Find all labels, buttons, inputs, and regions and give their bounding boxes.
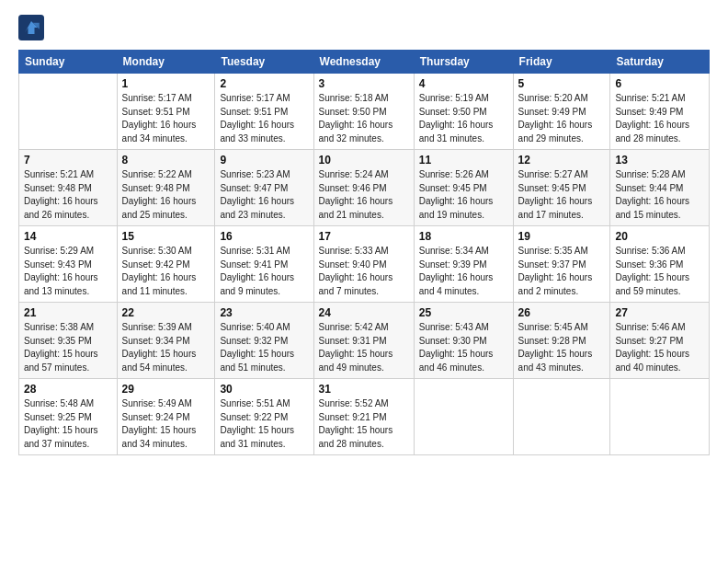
day-info: Sunrise: 5:33 AM Sunset: 9:40 PM Dayligh… (319, 245, 409, 298)
calendar-week-2: 7Sunrise: 5:21 AM Sunset: 9:48 PM Daylig… (19, 150, 710, 226)
page-header (18, 15, 710, 40)
calendar-cell: 10Sunrise: 5:24 AM Sunset: 9:46 PM Dayli… (313, 150, 414, 226)
day-number: 13 (615, 154, 704, 167)
calendar-cell: 16Sunrise: 5:31 AM Sunset: 9:41 PM Dayli… (215, 226, 313, 303)
day-info: Sunrise: 5:39 AM Sunset: 9:34 PM Dayligh… (122, 321, 210, 374)
day-info: Sunrise: 5:19 AM Sunset: 9:50 PM Dayligh… (419, 92, 508, 145)
calendar-cell: 7Sunrise: 5:21 AM Sunset: 9:48 PM Daylig… (19, 150, 118, 226)
calendar-cell: 15Sunrise: 5:30 AM Sunset: 9:42 PM Dayli… (117, 226, 215, 303)
day-info: Sunrise: 5:30 AM Sunset: 9:42 PM Dayligh… (122, 245, 210, 298)
day-number: 12 (518, 154, 606, 167)
calendar-cell (610, 379, 710, 455)
calendar-header-monday: Monday (117, 51, 215, 74)
calendar-cell: 19Sunrise: 5:35 AM Sunset: 9:37 PM Dayli… (513, 226, 610, 303)
calendar-cell: 22Sunrise: 5:39 AM Sunset: 9:34 PM Dayli… (117, 303, 215, 379)
calendar-header-thursday: Thursday (414, 51, 513, 74)
day-number: 21 (24, 306, 112, 319)
day-info: Sunrise: 5:21 AM Sunset: 9:49 PM Dayligh… (615, 92, 704, 145)
day-info: Sunrise: 5:35 AM Sunset: 9:37 PM Dayligh… (518, 245, 606, 298)
day-info: Sunrise: 5:38 AM Sunset: 9:35 PM Dayligh… (24, 321, 112, 374)
day-number: 1 (122, 77, 210, 90)
calendar-cell: 30Sunrise: 5:51 AM Sunset: 9:22 PM Dayli… (215, 379, 313, 455)
day-info: Sunrise: 5:29 AM Sunset: 9:43 PM Dayligh… (24, 245, 112, 298)
calendar-cell: 6Sunrise: 5:21 AM Sunset: 9:49 PM Daylig… (610, 74, 710, 150)
day-number: 29 (122, 383, 210, 396)
calendar-header-saturday: Saturday (610, 51, 710, 74)
calendar-header-tuesday: Tuesday (215, 51, 313, 74)
day-info: Sunrise: 5:49 AM Sunset: 9:24 PM Dayligh… (122, 397, 210, 451)
calendar-cell: 3Sunrise: 5:18 AM Sunset: 9:50 PM Daylig… (313, 74, 414, 150)
day-info: Sunrise: 5:43 AM Sunset: 9:30 PM Dayligh… (419, 321, 508, 374)
day-info: Sunrise: 5:34 AM Sunset: 9:39 PM Dayligh… (419, 245, 508, 298)
calendar-cell: 12Sunrise: 5:27 AM Sunset: 9:45 PM Dayli… (513, 150, 610, 226)
calendar-cell: 21Sunrise: 5:38 AM Sunset: 9:35 PM Dayli… (19, 303, 118, 379)
day-number: 18 (419, 230, 508, 243)
day-info: Sunrise: 5:48 AM Sunset: 9:25 PM Dayligh… (24, 397, 112, 451)
day-info: Sunrise: 5:22 AM Sunset: 9:48 PM Dayligh… (122, 168, 210, 222)
calendar-cell (513, 379, 610, 455)
day-info: Sunrise: 5:26 AM Sunset: 9:45 PM Dayligh… (419, 168, 508, 222)
calendar-cell: 17Sunrise: 5:33 AM Sunset: 9:40 PM Dayli… (313, 226, 414, 303)
day-number: 19 (518, 230, 606, 243)
calendar-cell: 9Sunrise: 5:23 AM Sunset: 9:47 PM Daylig… (215, 150, 313, 226)
day-number: 31 (319, 383, 409, 396)
day-info: Sunrise: 5:52 AM Sunset: 9:21 PM Dayligh… (319, 397, 409, 451)
day-number: 28 (24, 383, 112, 396)
day-info: Sunrise: 5:28 AM Sunset: 9:44 PM Dayligh… (615, 168, 704, 222)
calendar-cell: 27Sunrise: 5:46 AM Sunset: 9:27 PM Dayli… (610, 303, 710, 379)
day-number: 24 (319, 306, 409, 319)
calendar-cell: 28Sunrise: 5:48 AM Sunset: 9:25 PM Dayli… (19, 379, 118, 455)
day-number: 11 (419, 154, 508, 167)
day-info: Sunrise: 5:18 AM Sunset: 9:50 PM Dayligh… (319, 92, 409, 145)
day-number: 30 (220, 383, 308, 396)
day-info: Sunrise: 5:51 AM Sunset: 9:22 PM Dayligh… (220, 397, 308, 451)
calendar-week-3: 14Sunrise: 5:29 AM Sunset: 9:43 PM Dayli… (19, 226, 710, 303)
calendar-week-4: 21Sunrise: 5:38 AM Sunset: 9:35 PM Dayli… (19, 303, 710, 379)
day-info: Sunrise: 5:17 AM Sunset: 9:51 PM Dayligh… (122, 92, 210, 145)
calendar-cell: 11Sunrise: 5:26 AM Sunset: 9:45 PM Dayli… (414, 150, 513, 226)
calendar-cell (414, 379, 513, 455)
calendar-cell: 25Sunrise: 5:43 AM Sunset: 9:30 PM Dayli… (414, 303, 513, 379)
day-number: 23 (220, 306, 308, 319)
day-number: 4 (419, 77, 508, 90)
calendar-week-5: 28Sunrise: 5:48 AM Sunset: 9:25 PM Dayli… (19, 379, 710, 455)
calendar-cell (19, 74, 118, 150)
calendar-table: SundayMondayTuesdayWednesdayThursdayFrid… (18, 50, 710, 455)
calendar-header-wednesday: Wednesday (313, 51, 414, 74)
calendar-cell: 20Sunrise: 5:36 AM Sunset: 9:36 PM Dayli… (610, 226, 710, 303)
day-info: Sunrise: 5:42 AM Sunset: 9:31 PM Dayligh… (319, 321, 409, 374)
calendar-cell: 5Sunrise: 5:20 AM Sunset: 9:49 PM Daylig… (513, 74, 610, 150)
calendar-cell: 31Sunrise: 5:52 AM Sunset: 9:21 PM Dayli… (313, 379, 414, 455)
calendar-cell: 4Sunrise: 5:19 AM Sunset: 9:50 PM Daylig… (414, 74, 513, 150)
day-info: Sunrise: 5:17 AM Sunset: 9:51 PM Dayligh… (220, 92, 308, 145)
calendar-cell: 24Sunrise: 5:42 AM Sunset: 9:31 PM Dayli… (313, 303, 414, 379)
day-number: 16 (220, 230, 308, 243)
day-number: 6 (615, 77, 704, 90)
calendar-cell: 14Sunrise: 5:29 AM Sunset: 9:43 PM Dayli… (19, 226, 118, 303)
day-info: Sunrise: 5:40 AM Sunset: 9:32 PM Dayligh… (220, 321, 308, 374)
day-number: 10 (319, 154, 409, 167)
day-number: 9 (220, 154, 308, 167)
calendar-cell: 1Sunrise: 5:17 AM Sunset: 9:51 PM Daylig… (117, 74, 215, 150)
day-info: Sunrise: 5:23 AM Sunset: 9:47 PM Dayligh… (220, 168, 308, 222)
calendar-cell: 13Sunrise: 5:28 AM Sunset: 9:44 PM Dayli… (610, 150, 710, 226)
day-number: 25 (419, 306, 508, 319)
day-number: 5 (518, 77, 606, 90)
day-number: 3 (319, 77, 409, 90)
day-info: Sunrise: 5:27 AM Sunset: 9:45 PM Dayligh… (518, 168, 606, 222)
calendar-cell: 8Sunrise: 5:22 AM Sunset: 9:48 PM Daylig… (117, 150, 215, 226)
day-number: 26 (518, 306, 606, 319)
logo (18, 15, 48, 40)
day-info: Sunrise: 5:31 AM Sunset: 9:41 PM Dayligh… (220, 245, 308, 298)
day-info: Sunrise: 5:24 AM Sunset: 9:46 PM Dayligh… (319, 168, 409, 222)
calendar-cell: 29Sunrise: 5:49 AM Sunset: 9:24 PM Dayli… (117, 379, 215, 455)
day-info: Sunrise: 5:36 AM Sunset: 9:36 PM Dayligh… (615, 245, 704, 298)
logo-icon (18, 15, 44, 40)
day-number: 15 (122, 230, 210, 243)
day-number: 2 (220, 77, 308, 90)
calendar-cell: 18Sunrise: 5:34 AM Sunset: 9:39 PM Dayli… (414, 226, 513, 303)
day-info: Sunrise: 5:46 AM Sunset: 9:27 PM Dayligh… (615, 321, 704, 374)
day-number: 17 (319, 230, 409, 243)
calendar-cell: 26Sunrise: 5:45 AM Sunset: 9:28 PM Dayli… (513, 303, 610, 379)
calendar-week-1: 1Sunrise: 5:17 AM Sunset: 9:51 PM Daylig… (19, 74, 710, 150)
